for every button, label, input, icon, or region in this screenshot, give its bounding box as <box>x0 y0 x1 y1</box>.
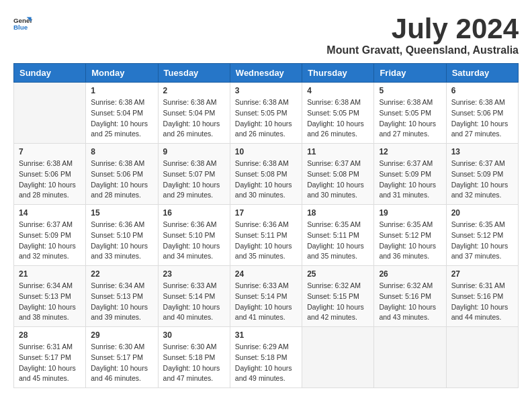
day-info: Sunrise: 6:38 AMSunset: 5:04 PMDaylight:… <box>163 97 225 140</box>
day-number: 17 <box>235 208 297 218</box>
calendar-cell: 20Sunrise: 6:35 AMSunset: 5:12 PMDayligh… <box>446 205 518 266</box>
day-number: 31 <box>235 330 297 340</box>
calendar-cell: 7Sunrise: 6:38 AMSunset: 5:06 PMDaylight… <box>14 144 86 205</box>
day-number: 1 <box>91 86 152 95</box>
day-number: 5 <box>379 86 441 95</box>
calendar-cell: 12Sunrise: 6:37 AMSunset: 5:09 PMDayligh… <box>374 144 446 205</box>
calendar-cell: 24Sunrise: 6:33 AMSunset: 5:14 PMDayligh… <box>230 266 302 327</box>
day-info: Sunrise: 6:33 AMSunset: 5:14 PMDaylight:… <box>163 281 225 323</box>
calendar-cell: 25Sunrise: 6:32 AMSunset: 5:15 PMDayligh… <box>302 266 374 327</box>
calendar-cell: 1Sunrise: 6:38 AMSunset: 5:04 PMDaylight… <box>86 83 158 144</box>
calendar-week-row: 7Sunrise: 6:38 AMSunset: 5:06 PMDaylight… <box>14 144 519 205</box>
day-number: 30 <box>163 330 225 340</box>
day-info: Sunrise: 6:32 AMSunset: 5:16 PMDaylight:… <box>379 281 441 323</box>
day-number: 18 <box>307 208 369 218</box>
calendar-cell <box>446 327 518 388</box>
calendar-cell: 11Sunrise: 6:37 AMSunset: 5:08 PMDayligh… <box>302 144 374 205</box>
calendar-week-row: 14Sunrise: 6:37 AMSunset: 5:09 PMDayligh… <box>14 205 519 266</box>
subtitle: Mount Gravatt, Queensland, Australia <box>326 44 519 56</box>
day-info: Sunrise: 6:38 AMSunset: 5:05 PMDaylight:… <box>379 97 441 140</box>
calendar-cell: 5Sunrise: 6:38 AMSunset: 5:05 PMDaylight… <box>374 83 446 144</box>
day-number: 28 <box>19 330 81 340</box>
day-info: Sunrise: 6:32 AMSunset: 5:15 PMDaylight:… <box>307 281 369 323</box>
day-number: 26 <box>379 269 441 279</box>
calendar-week-row: 21Sunrise: 6:34 AMSunset: 5:13 PMDayligh… <box>14 266 519 327</box>
day-number: 22 <box>91 269 152 279</box>
calendar-cell: 26Sunrise: 6:32 AMSunset: 5:16 PMDayligh… <box>374 266 446 327</box>
day-number: 8 <box>91 147 152 156</box>
day-number: 10 <box>235 147 297 156</box>
day-info: Sunrise: 6:38 AMSunset: 5:06 PMDaylight:… <box>19 158 81 201</box>
calendar-cell: 2Sunrise: 6:38 AMSunset: 5:04 PMDaylight… <box>158 83 230 144</box>
day-number: 6 <box>451 86 513 95</box>
day-info: Sunrise: 6:36 AMSunset: 5:11 PMDaylight:… <box>235 220 297 262</box>
day-info: Sunrise: 6:37 AMSunset: 5:09 PMDaylight:… <box>19 220 81 262</box>
calendar-cell: 15Sunrise: 6:36 AMSunset: 5:10 PMDayligh… <box>86 205 158 266</box>
weekday-header-cell: Friday <box>374 64 446 83</box>
calendar-cell <box>14 83 86 144</box>
weekday-header: SundayMondayTuesdayWednesdayThursdayFrid… <box>14 64 519 83</box>
day-info: Sunrise: 6:34 AMSunset: 5:13 PMDaylight:… <box>91 281 152 323</box>
day-number: 19 <box>379 208 441 218</box>
calendar-cell: 3Sunrise: 6:38 AMSunset: 5:05 PMDaylight… <box>230 83 302 144</box>
weekday-header-cell: Wednesday <box>230 64 302 83</box>
calendar-cell: 4Sunrise: 6:38 AMSunset: 5:05 PMDaylight… <box>302 83 374 144</box>
calendar-cell: 10Sunrise: 6:38 AMSunset: 5:08 PMDayligh… <box>230 144 302 205</box>
day-number: 20 <box>451 208 513 218</box>
day-number: 9 <box>163 147 225 156</box>
weekday-header-cell: Thursday <box>302 64 374 83</box>
calendar-body: 1Sunrise: 6:38 AMSunset: 5:04 PMDaylight… <box>14 83 519 388</box>
calendar-cell: 22Sunrise: 6:34 AMSunset: 5:13 PMDayligh… <box>86 266 158 327</box>
logo: General Blue <box>13 13 32 32</box>
calendar-cell: 8Sunrise: 6:38 AMSunset: 5:06 PMDaylight… <box>86 144 158 205</box>
day-number: 2 <box>163 86 225 95</box>
calendar: SundayMondayTuesdayWednesdayThursdayFrid… <box>13 63 519 388</box>
day-number: 25 <box>307 269 369 279</box>
day-number: 4 <box>307 86 369 95</box>
day-info: Sunrise: 6:31 AMSunset: 5:16 PMDaylight:… <box>451 281 513 323</box>
day-info: Sunrise: 6:38 AMSunset: 5:06 PMDaylight:… <box>451 97 513 140</box>
day-number: 7 <box>19 147 81 156</box>
day-info: Sunrise: 6:35 AMSunset: 5:11 PMDaylight:… <box>307 220 369 262</box>
calendar-cell: 30Sunrise: 6:30 AMSunset: 5:18 PMDayligh… <box>158 327 230 388</box>
day-number: 15 <box>91 208 152 218</box>
calendar-cell: 14Sunrise: 6:37 AMSunset: 5:09 PMDayligh… <box>14 205 86 266</box>
day-info: Sunrise: 6:30 AMSunset: 5:18 PMDaylight:… <box>163 342 225 384</box>
day-info: Sunrise: 6:34 AMSunset: 5:13 PMDaylight:… <box>19 281 81 323</box>
day-info: Sunrise: 6:38 AMSunset: 5:05 PMDaylight:… <box>235 97 297 140</box>
calendar-cell: 27Sunrise: 6:31 AMSunset: 5:16 PMDayligh… <box>446 266 518 327</box>
weekday-header-cell: Sunday <box>14 64 86 83</box>
calendar-cell: 19Sunrise: 6:35 AMSunset: 5:12 PMDayligh… <box>374 205 446 266</box>
day-info: Sunrise: 6:35 AMSunset: 5:12 PMDaylight:… <box>379 220 441 262</box>
day-info: Sunrise: 6:37 AMSunset: 5:08 PMDaylight:… <box>307 158 369 201</box>
weekday-header-cell: Monday <box>86 64 158 83</box>
day-number: 16 <box>163 208 225 218</box>
day-info: Sunrise: 6:38 AMSunset: 5:06 PMDaylight:… <box>91 158 152 201</box>
calendar-cell: 9Sunrise: 6:38 AMSunset: 5:07 PMDaylight… <box>158 144 230 205</box>
weekday-header-cell: Saturday <box>446 64 518 83</box>
day-number: 24 <box>235 269 297 279</box>
day-info: Sunrise: 6:31 AMSunset: 5:17 PMDaylight:… <box>19 342 81 384</box>
main-title: July 2024 <box>326 13 519 44</box>
calendar-cell: 23Sunrise: 6:33 AMSunset: 5:14 PMDayligh… <box>158 266 230 327</box>
header: General Blue July 2024 Mount Gravatt, Qu… <box>13 13 519 56</box>
calendar-cell <box>374 327 446 388</box>
calendar-week-row: 28Sunrise: 6:31 AMSunset: 5:17 PMDayligh… <box>14 327 519 388</box>
day-info: Sunrise: 6:37 AMSunset: 5:09 PMDaylight:… <box>379 158 441 201</box>
day-info: Sunrise: 6:35 AMSunset: 5:12 PMDaylight:… <box>451 220 513 262</box>
weekday-header-cell: Tuesday <box>158 64 230 83</box>
logo-icon: General Blue <box>13 13 32 32</box>
day-number: 3 <box>235 86 297 95</box>
day-number: 21 <box>19 269 81 279</box>
day-info: Sunrise: 6:38 AMSunset: 5:08 PMDaylight:… <box>235 158 297 201</box>
calendar-cell: 17Sunrise: 6:36 AMSunset: 5:11 PMDayligh… <box>230 205 302 266</box>
day-number: 13 <box>451 147 513 156</box>
day-info: Sunrise: 6:38 AMSunset: 5:07 PMDaylight:… <box>163 158 225 201</box>
day-number: 29 <box>91 330 152 340</box>
calendar-cell: 29Sunrise: 6:30 AMSunset: 5:17 PMDayligh… <box>86 327 158 388</box>
calendar-cell <box>302 327 374 388</box>
day-info: Sunrise: 6:29 AMSunset: 5:18 PMDaylight:… <box>235 342 297 384</box>
svg-text:Blue: Blue <box>13 24 28 31</box>
day-number: 23 <box>163 269 225 279</box>
calendar-cell: 31Sunrise: 6:29 AMSunset: 5:18 PMDayligh… <box>230 327 302 388</box>
